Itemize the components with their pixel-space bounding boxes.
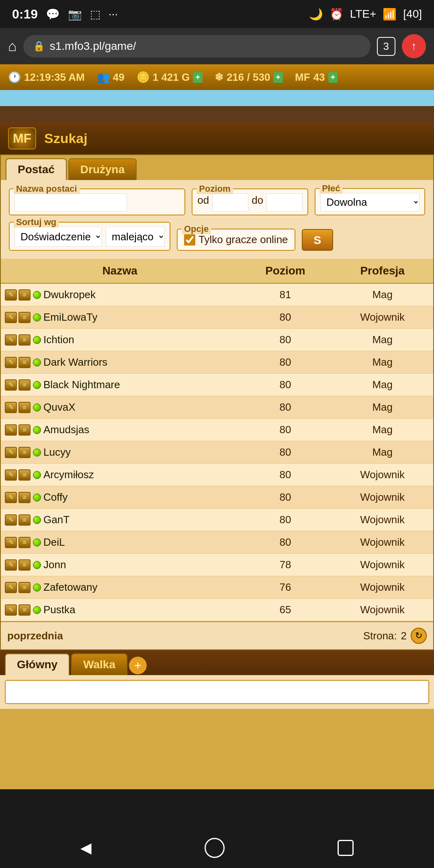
home-circle bbox=[205, 838, 225, 858]
table-row[interactable]: ✎ ≡ Ichtion 80 Mag bbox=[1, 329, 433, 351]
char-class: Wojownik bbox=[332, 531, 433, 554]
char-level: 81 bbox=[239, 283, 332, 306]
char-level: 80 bbox=[239, 329, 332, 351]
tab-count-button[interactable]: 3 bbox=[377, 37, 395, 56]
char-icon-1: ✎ bbox=[5, 289, 17, 301]
browser-bar: ⌂ 🔒 s1.mfo3.pl/game/ 3 ↑ bbox=[0, 28, 434, 64]
char-icon-1: ✎ bbox=[5, 604, 17, 616]
sort-order-select[interactable]: malejąco bbox=[106, 227, 165, 247]
table-row[interactable]: ✎ ≡ Arcymiłosz 80 Wojownik bbox=[1, 464, 433, 486]
page-label: Strona: bbox=[363, 630, 397, 642]
char-icon-2: ≡ bbox=[18, 424, 31, 436]
table-row[interactable]: ✎ ≡ GanT 80 Wojownik bbox=[1, 509, 433, 531]
gender-field: Płeć Dowolna bbox=[315, 188, 425, 215]
char-icon-2: ≡ bbox=[18, 582, 31, 593]
landscape-decoration bbox=[0, 90, 434, 122]
char-level: 78 bbox=[239, 554, 332, 576]
online-indicator bbox=[33, 313, 41, 321]
prev-page-link[interactable]: poprzednia bbox=[7, 630, 63, 642]
gender-select[interactable]: Dowolna bbox=[320, 193, 420, 211]
recents-square bbox=[338, 840, 354, 856]
char-icon-1: ✎ bbox=[5, 402, 17, 413]
table-row[interactable]: ✎ ≡ QuvaX 80 Mag bbox=[1, 396, 433, 419]
level-to-input[interactable] bbox=[266, 193, 303, 211]
char-level: 65 bbox=[239, 599, 332, 621]
chat-input[interactable] bbox=[5, 680, 429, 704]
char-class: Mag bbox=[332, 374, 433, 396]
char-icon-2: ≡ bbox=[18, 469, 31, 481]
recents-button[interactable] bbox=[338, 840, 354, 856]
online-only-label[interactable]: Tylko gracze online bbox=[184, 233, 288, 246]
char-icon-2: ≡ bbox=[18, 334, 31, 346]
char-icon-1: ✎ bbox=[5, 357, 17, 368]
url-bar[interactable]: 🔒 s1.mfo3.pl/game/ bbox=[23, 35, 371, 57]
col-name: Nazwa bbox=[1, 259, 239, 283]
options-label: Opcje bbox=[182, 224, 211, 234]
table-row[interactable]: ✎ ≡ Dark Warriors 80 Mag bbox=[1, 351, 433, 374]
sort-field: Sortuj wg Doświadczenie malejąco bbox=[9, 222, 170, 251]
table-row[interactable]: ✎ ≡ Zafetowany 76 Wojownik bbox=[1, 576, 433, 599]
online-indicator bbox=[33, 448, 41, 457]
search-button[interactable]: S bbox=[302, 229, 334, 251]
table-row[interactable]: ✎ ≡ Pustka 65 Wojownik bbox=[1, 599, 433, 621]
online-indicator bbox=[33, 606, 41, 614]
chat-add-button[interactable]: + bbox=[129, 657, 147, 674]
mana-amount: ❄ 216 / 530 + bbox=[215, 71, 283, 84]
chat-tab-fight[interactable]: Walka bbox=[71, 653, 127, 675]
gold-plus-icon[interactable]: + bbox=[193, 72, 203, 83]
tabs-row: Postać Drużyna bbox=[1, 155, 433, 180]
character-name-input[interactable] bbox=[14, 193, 127, 211]
table-row[interactable]: ✎ ≡ Jonn 78 Wojownik bbox=[1, 554, 433, 576]
mf-plus-icon[interactable]: + bbox=[328, 72, 338, 83]
gold-amount: 🪙 1 421 G + bbox=[137, 71, 203, 84]
sort-by-select[interactable]: Doświadczenie bbox=[14, 227, 102, 247]
upload-button[interactable]: ↑ bbox=[402, 34, 426, 58]
online-indicator bbox=[33, 561, 41, 569]
char-name: Jonn bbox=[43, 559, 66, 571]
tab-druzyna[interactable]: Drużyna bbox=[68, 158, 137, 180]
char-class: Wojownik bbox=[332, 599, 433, 621]
url-text: s1.mfo3.pl/game/ bbox=[50, 40, 136, 53]
page-reload-button[interactable]: ↻ bbox=[411, 628, 427, 644]
home-nav-button[interactable] bbox=[205, 838, 225, 858]
table-row[interactable]: ✎ ≡ Coffy 80 Wojownik bbox=[1, 486, 433, 509]
gold-icon: 🪙 bbox=[137, 71, 149, 84]
level-from-label: od bbox=[197, 194, 209, 211]
home-button[interactable]: ⌂ bbox=[8, 38, 17, 55]
mana-plus-icon[interactable]: + bbox=[273, 72, 283, 83]
char-class: Wojownik bbox=[332, 464, 433, 486]
char-name: Black Nightmare bbox=[43, 379, 120, 391]
online-indicator bbox=[33, 336, 41, 344]
chat-input-area bbox=[0, 675, 434, 709]
table-row[interactable]: ✎ ≡ EmiLowaTy 80 Wojownik bbox=[1, 306, 433, 329]
table-row[interactable]: ✎ ≡ Amudsjas 80 Mag bbox=[1, 419, 433, 441]
char-class: Mag bbox=[332, 283, 433, 306]
char-level: 80 bbox=[239, 441, 332, 464]
table-row[interactable]: ✎ ≡ DeiL 80 Wojownik bbox=[1, 531, 433, 554]
chat-tab-main[interactable]: Główny bbox=[5, 653, 70, 675]
mf-points: MF 43 + bbox=[295, 71, 338, 84]
form-area: Nazwa postaci Poziom od do Płeć Dowolna bbox=[1, 180, 433, 259]
char-name: QuvaX bbox=[43, 401, 76, 414]
char-icon-1: ✎ bbox=[5, 334, 17, 346]
online-indicator bbox=[33, 426, 41, 434]
level-from-input[interactable] bbox=[212, 193, 248, 211]
back-button[interactable]: ◀ bbox=[80, 839, 92, 856]
char-level: 80 bbox=[239, 351, 332, 374]
level-field: Poziom od do bbox=[192, 188, 308, 215]
clock-icon: 🕐 bbox=[8, 71, 21, 84]
char-name: Ichtion bbox=[43, 334, 74, 346]
moon-icon: 🌙 bbox=[309, 8, 323, 21]
table-row[interactable]: ✎ ≡ Black Nightmare 80 Mag bbox=[1, 374, 433, 396]
online-only-checkbox[interactable] bbox=[184, 234, 195, 246]
char-level: 76 bbox=[239, 576, 332, 599]
char-class: Wojownik bbox=[332, 576, 433, 599]
table-row[interactable]: ✎ ≡ Lucyy 80 Mag bbox=[1, 441, 433, 464]
status-bar: 0:19 💬 📷 ⬚ ··· 🌙 ⏰ LTE+ 📶 [40] bbox=[0, 0, 434, 28]
table-row[interactable]: ✎ ≡ Dwukropek 81 Mag bbox=[1, 283, 433, 306]
tab-postac[interactable]: Postać bbox=[6, 158, 67, 180]
char-icon-1: ✎ bbox=[5, 537, 17, 548]
char-name: Pustka bbox=[43, 604, 76, 616]
page-info: Strona: 2 ↻ bbox=[363, 628, 427, 644]
game-header: 🕐 12:19:35 AM 👥 49 🪙 1 421 G + ❄ 216 / 5… bbox=[0, 64, 434, 90]
